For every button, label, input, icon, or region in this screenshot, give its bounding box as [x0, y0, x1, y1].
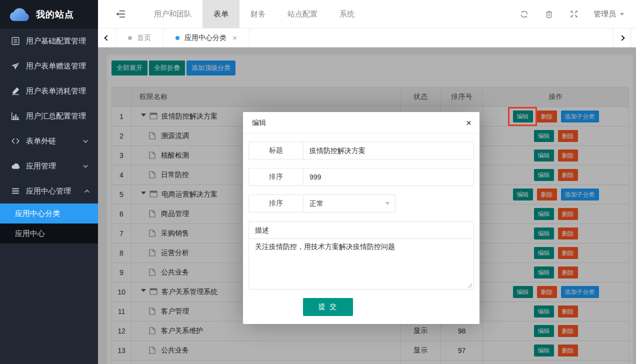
sidebar-item-user-base-config[interactable]: 用户基础配置管理 [0, 28, 98, 54]
sort-field-label: 排序 [249, 168, 304, 186]
sidebar-item-label: 应用中心管理 [26, 186, 84, 196]
cloud-logo-icon [9, 7, 31, 22]
tab-bar: 首页 应用中心分类 × [98, 28, 636, 48]
dialog-header: 编辑 × [243, 112, 480, 134]
fullscreen-icon [570, 10, 578, 18]
description-label: 描述 [249, 222, 474, 239]
sidebar-item-label: 用户基础配置管理 [26, 36, 88, 46]
sidebar-item-app-center-manage[interactable]: 应用中心管理 [0, 178, 98, 204]
resize-handle-icon[interactable] [468, 283, 472, 288]
dialog-title: 编辑 [252, 118, 266, 126]
select-caret-icon [385, 202, 390, 208]
sidebar-item-form-links[interactable]: 表单外链 [0, 128, 98, 154]
sidebar-item-form-consume[interactable]: 用户表单消耗管理 [0, 78, 98, 104]
tab-label: 应用中心分类 [184, 34, 226, 42]
nav-item-forms[interactable]: 表单 [202, 0, 240, 28]
cloud-icon [11, 162, 20, 170]
caret-down-icon [620, 13, 624, 18]
sort-field-group: 排序 999 [248, 168, 474, 186]
status-field-group: 排序 正常 [248, 194, 396, 212]
sidebar: 我的站点 用户基础配置管理 用户表单赠送管理 用户表单消耗管理 [0, 0, 98, 364]
submit-button[interactable]: 提 交 [303, 298, 353, 316]
title-field-label: 标题 [249, 142, 304, 159]
tab-home[interactable]: 首页 [116, 28, 164, 47]
tab-dot-icon [176, 36, 180, 40]
fullscreen-button[interactable] [562, 0, 586, 28]
sidebar-submenu: 应用中心分类 应用中心 [0, 204, 98, 244]
admin-menu[interactable]: 管理员 [586, 10, 636, 19]
edit-dialog: 编辑 × 标题 疫情防控解决方案 排序 999 排序 正常 [243, 112, 480, 324]
description-value: 关注疫情防控，用技术方案解决疫情防控问题 [255, 242, 395, 250]
tab-close-icon[interactable]: × [232, 34, 237, 42]
collapse-menu-icon [116, 10, 126, 18]
sidebar-item-label: 用户汇总配置管理 [26, 112, 88, 121]
bar-chart-icon [11, 112, 20, 120]
description-field-group: 描述 关注疫情防控，用技术方案解决疫情防控问题 [248, 221, 474, 290]
nav-item-label: 用户和团队 [154, 10, 192, 19]
status-field-label: 排序 [249, 195, 304, 212]
chevron-right-icon [619, 35, 624, 40]
send-icon [11, 62, 20, 70]
sidebar-item-app-manage[interactable]: 应用管理 [0, 154, 98, 178]
top-nav-right: 管理员 [512, 0, 636, 28]
refresh-icon [520, 10, 528, 18]
dialog-body: 标题 疫情防控解决方案 排序 999 排序 正常 描述 [243, 134, 480, 316]
sidebar-subitem-app-center[interactable]: 应用中心 [0, 224, 98, 244]
close-icon[interactable]: × [466, 112, 472, 134]
chevron-left-icon [104, 35, 110, 40]
nav-item-label: 站点配置 [288, 10, 318, 19]
tab-app-center-category[interactable]: 应用中心分类 × [164, 28, 250, 47]
top-nav: 用户和团队 表单 财务 站点配置 系统 管理员 [98, 0, 636, 28]
sidebar-item-label: 用户表单赠送管理 [26, 62, 88, 71]
tab-label: 首页 [137, 34, 151, 42]
sidebar-subitem-app-center-category[interactable]: 应用中心分类 [0, 204, 98, 224]
logo: 我的站点 [0, 0, 98, 28]
nav-item-system[interactable]: 系统 [328, 0, 366, 28]
nav-item-label: 表单 [214, 10, 228, 19]
link-icon [11, 136, 20, 146]
status-select[interactable]: 正常 [304, 195, 395, 212]
eraser-icon [11, 86, 20, 96]
annotation-highlight [508, 107, 537, 126]
chevron-up-icon [84, 189, 90, 194]
nav-item-label: 财务 [250, 10, 266, 19]
sidebar-subitem-label: 应用中心 [15, 229, 45, 238]
tab-dot-icon [128, 36, 132, 40]
title-input[interactable]: 疫情防控解决方案 [304, 142, 474, 159]
clear-cache-button[interactable] [536, 0, 562, 28]
refresh-button[interactable] [512, 0, 536, 28]
sort-input[interactable]: 999 [304, 168, 474, 186]
site-title: 我的站点 [36, 8, 74, 20]
admin-label: 管理员 [594, 10, 616, 19]
tab-scroll-right-button[interactable] [613, 28, 631, 47]
status-select-value: 正常 [310, 200, 324, 208]
sidebar-item-label: 用户表单消耗管理 [26, 86, 88, 96]
content-area: 全部展开 全部折叠 添加顶级分类 权限名称 状态 排序号 操作 [98, 48, 636, 364]
sidebar-collapse-button[interactable] [98, 0, 143, 28]
trash-icon [545, 10, 553, 18]
building-icon [11, 36, 20, 46]
sidebar-item-user-summary[interactable]: 用户汇总配置管理 [0, 104, 98, 128]
nav-item-label: 系统 [340, 10, 354, 19]
sidebar-subitem-label: 应用中心分类 [15, 209, 60, 218]
description-textarea[interactable]: 关注疫情防控，用技术方案解决疫情防控问题 [249, 239, 474, 289]
sidebar-item-label: 表单外链 [26, 136, 84, 146]
title-field-group: 标题 疫情防控解决方案 [248, 142, 474, 160]
app-window: 我的站点 用户基础配置管理 用户表单赠送管理 用户表单消耗管理 [0, 0, 636, 364]
sidebar-menu: 用户基础配置管理 用户表单赠送管理 用户表单消耗管理 用户汇总配置管理 [0, 28, 98, 244]
sidebar-item-form-gift[interactable]: 用户表单赠送管理 [0, 54, 98, 78]
tab-scroll-left-button[interactable] [98, 28, 116, 47]
nav-item-users-teams[interactable]: 用户和团队 [143, 0, 202, 28]
nav-item-finance[interactable]: 财务 [240, 0, 276, 28]
list-icon [11, 186, 20, 196]
nav-item-site-config[interactable]: 站点配置 [276, 0, 328, 28]
sidebar-item-label: 应用管理 [26, 162, 84, 171]
